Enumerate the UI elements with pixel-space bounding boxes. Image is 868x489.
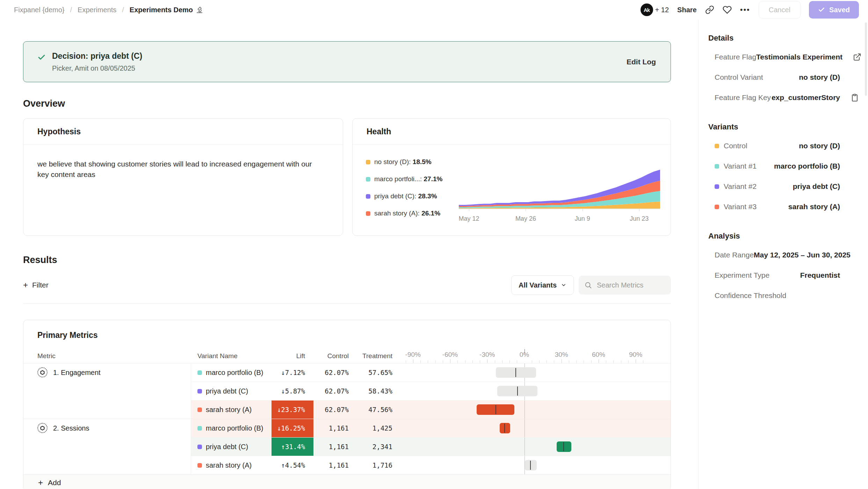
variant-cell: marco portfolio (B): [191, 419, 272, 437]
variant-cell: sarah story (A): [191, 401, 272, 419]
table-row[interactable]: priya debt (C)↓5.87%62.07%58.43%: [191, 382, 671, 400]
legend-item: marco portfoli...: 27.1%: [366, 175, 459, 183]
col-variant-name: Variant Name: [191, 349, 272, 363]
sidebar-row: Variant #1marco portfolio (B): [708, 156, 859, 176]
ci-plot: [404, 438, 644, 456]
decision-subtitle: Picker, Amit on 08/05/2025: [52, 64, 142, 72]
x-axis-tick: [469, 209, 469, 211]
table-row[interactable]: priya debt (C)↑31.4%1,1612,341: [191, 437, 671, 456]
search-metrics-input[interactable]: [596, 281, 665, 290]
variant-color-chip: [197, 389, 202, 394]
x-axis-tick: [639, 209, 639, 211]
ci-axis-label: 30%: [555, 351, 568, 359]
decision-banner: Decision: priya debt (C) Picker, Amit on…: [23, 41, 671, 82]
legend-label: priya debt (C): 28.3%: [374, 192, 437, 200]
ci-axis-tick: [413, 359, 413, 363]
add-filter-button[interactable]: + Filter: [23, 281, 49, 289]
sidebar-row-value: no story (D): [799, 73, 840, 82]
ci-axis-label: -30%: [479, 351, 495, 359]
breadcrumb-item[interactable]: Fixpanel {demo}: [14, 6, 65, 14]
metric-name: 1. Engagement: [53, 369, 101, 377]
avatar[interactable]: Ak: [641, 3, 653, 16]
sidebar-row: Variant #2priya debt (C): [708, 176, 859, 197]
sidebar-row-value[interactable]: Testimonials Experiment: [756, 53, 842, 61]
ci-axis-tick: [509, 360, 510, 363]
ci-cell: [401, 419, 671, 437]
sidebar-row: Variant #3sarah story (A): [708, 197, 859, 217]
metric-cell[interactable]: 1. Engagement: [23, 363, 191, 419]
ci-axis-tick: [465, 360, 465, 363]
search-metrics-box[interactable]: [579, 276, 671, 295]
saved-button[interactable]: Saved: [809, 1, 859, 19]
breadcrumb-item[interactable]: Experiments: [78, 6, 116, 14]
favorite-heart-icon[interactable]: [723, 5, 732, 14]
scrollbar[interactable]: [865, 22, 867, 96]
x-axis-tick: [526, 209, 526, 211]
ci-point-estimate: [563, 442, 564, 451]
sidebar-section-analysis: AnalysisDate RangeMay 12, 2025 – Jun 30,…: [708, 232, 859, 306]
edit-log-button[interactable]: Edit Log: [627, 58, 656, 66]
sidebar-row-value: marco portfolio (B): [774, 162, 840, 170]
cancel-button[interactable]: Cancel: [759, 1, 801, 19]
control-value: 1,161: [329, 443, 349, 451]
ci-plot: [404, 401, 644, 419]
ci-axis-tick: [539, 360, 540, 363]
ci-axis-tick: [643, 360, 643, 363]
variant-filter-value: All Variants: [519, 281, 557, 289]
results-heading: Results: [23, 255, 671, 265]
sidebar-row-label: Feature Flag: [715, 53, 756, 61]
ci-axis-tick: [562, 359, 562, 363]
control-cell: 1,161: [313, 419, 357, 437]
x-axis-label: Jun 9: [575, 215, 590, 222]
clipboard-icon[interactable]: [840, 93, 859, 102]
top-bar: Fixpanel {demo}/Experiments/Experiments …: [0, 0, 868, 20]
control-cell: 62.07%: [313, 382, 357, 400]
ci-cell: [401, 382, 671, 400]
decision-text: Decision: priya debt (C) Picker, Amit on…: [52, 51, 142, 72]
metric-name: 2. Sessions: [53, 424, 89, 432]
sidebar-row: Date RangeMay 12, 2025 – Jun 30, 2025: [708, 245, 859, 265]
ci-plot: [404, 419, 644, 437]
primary-metrics-title: Primary Metrics: [23, 320, 671, 349]
ci-point-estimate: [496, 405, 496, 414]
variant-filter-dropdown[interactable]: All Variants: [511, 275, 574, 295]
table-row[interactable]: sarah story (A)↓23.37%62.07%47.56%: [191, 400, 671, 419]
plus-icon: +: [38, 479, 43, 487]
stacked-area-chart: [459, 167, 660, 209]
ci-axis-tick: [628, 360, 629, 363]
ci-axis-tick: [480, 360, 480, 363]
metric-cell[interactable]: 2. Sessions: [23, 419, 191, 474]
control-cell: 62.07%: [313, 363, 357, 382]
health-area-chart: May 12May 26Jun 9Jun 23: [459, 154, 661, 227]
treatment-value: 57.65%: [368, 369, 392, 376]
more-options-icon[interactable]: •••: [740, 5, 750, 14]
variant-color-chip: [715, 164, 719, 169]
treatment-cell: 1,716: [357, 456, 401, 474]
legend-item: no story (D): 18.5%: [366, 158, 459, 166]
sidebar-row: Control Variantno story (D): [708, 67, 859, 87]
treatment-cell: 2,341: [357, 438, 401, 456]
ci-axis-tick: [435, 360, 436, 363]
ci-cell: [401, 456, 671, 474]
hypothesis-body: we believe that showing customer stories…: [23, 145, 343, 180]
variant-name: priya debt (C): [206, 443, 248, 451]
table-row[interactable]: marco portfolio (B)↓7.12%62.07%57.65%: [191, 363, 671, 382]
copy-link-icon[interactable]: [705, 5, 714, 14]
ci-axis-tick: [420, 360, 421, 363]
sidebar-row-value: sarah story (A): [788, 203, 840, 211]
share-button[interactable]: Share: [677, 6, 697, 14]
treatment-value: 47.56%: [368, 406, 392, 413]
variant-color-chip: [197, 426, 202, 431]
legend-item: priya debt (C): 28.3%: [366, 192, 459, 200]
table-row[interactable]: marco portfolio (B)↓16.25%1,1611,425: [191, 419, 671, 437]
add-metric-button[interactable]: + Add: [23, 474, 671, 489]
sidebar-row-label: Variant #1: [724, 162, 757, 170]
experiments-page: Fixpanel {demo}/Experiments/Experiments …: [0, 0, 868, 489]
breadcrumb-item[interactable]: Experiments Demo: [130, 6, 203, 14]
ci-axis-label: -90%: [405, 351, 421, 359]
table-row[interactable]: sarah story (A)↑4.54%1,1611,716: [191, 456, 671, 474]
sidebar-heading: Analysis: [708, 232, 859, 241]
external-link-icon[interactable]: [842, 53, 861, 61]
plus-icon: +: [23, 281, 28, 289]
collaborators[interactable]: Ak + 12: [641, 3, 669, 16]
